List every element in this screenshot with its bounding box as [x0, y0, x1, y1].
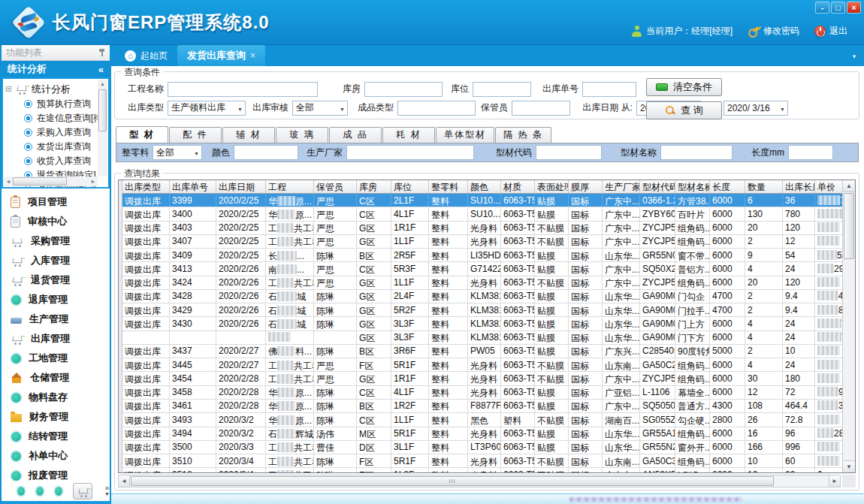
- table-cell[interactable]: 6063-T5: [501, 454, 535, 467]
- table-cell[interactable]: 6000: [710, 207, 745, 220]
- table-cell[interactable]: 工共工程: [266, 222, 314, 234]
- tree-root-node[interactable]: 统计分析: [6, 81, 97, 97]
- sidebar-item-财务管理[interactable]: 财务管理: [2, 407, 110, 427]
- table-cell[interactable]: 南...: [266, 262, 314, 275]
- table-cell[interactable]: 门拉手...: [675, 303, 710, 316]
- table-cell[interactable]: 华原...: [266, 194, 314, 207]
- table-row[interactable]: 调拨出库34032020/2/25工共工程严思G区1R1F整料光身料6063-T…: [119, 222, 842, 235]
- table-cell[interactable]: 国标: [569, 441, 603, 454]
- table-cell[interactable]: 不贴膜: [535, 222, 569, 234]
- table-cell[interactable]: 10: [745, 468, 783, 472]
- table-cell[interactable]: 6063-T5: [501, 276, 535, 289]
- table-cell[interactable]: 468: [815, 290, 842, 303]
- sidebar-item-出库管理[interactable]: 出库管理: [2, 329, 110, 349]
- table-cell[interactable]: ZYCJP5...: [640, 276, 675, 289]
- table-cell[interactable]: 2020/2/25: [216, 194, 266, 207]
- table-cell[interactable]: 3413: [170, 262, 216, 275]
- tree-item[interactable]: 收货入库查询: [6, 154, 97, 168]
- table-cell[interactable]: 光身料: [468, 235, 501, 248]
- table-cell[interactable]: 不贴膜: [535, 358, 569, 371]
- table-cell[interactable]: 石城: [266, 303, 314, 316]
- table-cell[interactable]: 1R1F: [391, 372, 429, 385]
- table-cell[interactable]: 5R1F: [391, 427, 429, 440]
- table-cell[interactable]: 光身料: [468, 358, 501, 371]
- sidebar-item-物料盘存[interactable]: 物料盘存: [2, 388, 110, 407]
- table-cell[interactable]: 广东中...: [603, 276, 640, 289]
- table-cell[interactable]: [216, 331, 266, 344]
- table-cell[interactable]: 普铝方...: [675, 262, 710, 275]
- table-cell[interactable]: 陈琳: [314, 413, 357, 426]
- table-cell[interactable]: 2: [745, 235, 783, 248]
- table-cell[interactable]: 3445: [170, 358, 216, 371]
- table-cell[interactable]: 调拨出库: [122, 400, 170, 412]
- table-cell[interactable]: L型角...: [675, 468, 710, 472]
- tree-item[interactable]: 采购入库查询: [6, 125, 97, 140]
- product-type-input[interactable]: [397, 101, 476, 116]
- table-cell[interactable]: [815, 358, 842, 371]
- table-cell[interactable]: GR55A11: [640, 427, 675, 440]
- table-cell[interactable]: 调拨出库: [122, 194, 170, 207]
- table-cell[interactable]: [314, 331, 357, 344]
- table-cell[interactable]: 4: [745, 331, 783, 344]
- module-circle-icon[interactable]: [17, 487, 25, 496]
- table-cell[interactable]: 整料: [429, 413, 468, 426]
- table-cell[interactable]: 6000: [710, 276, 745, 289]
- table-cell[interactable]: 组角码...: [675, 427, 710, 440]
- table-cell[interactable]: 调拨出库: [122, 413, 170, 426]
- table-cell[interactable]: [815, 454, 842, 467]
- table-cell[interactable]: [815, 441, 842, 454]
- table-cell[interactable]: 工共工程: [266, 454, 314, 467]
- table-cell[interactable]: 2020/3/4: [216, 468, 266, 472]
- sidebar-item-审核中心[interactable]: 审核中心: [2, 212, 110, 231]
- sidebar-item-仓储管理[interactable]: 仓储管理: [2, 368, 110, 388]
- table-cell[interactable]: 16: [745, 427, 783, 440]
- audit-select[interactable]: 全部▼: [292, 101, 348, 116]
- maximize-button[interactable]: □: [831, 2, 845, 14]
- table-cell[interactable]: 5R2F: [391, 303, 429, 316]
- table-cell[interactable]: [170, 331, 216, 344]
- sidebar-item-采购管理[interactable]: 采购管理: [2, 231, 110, 251]
- table-cell[interactable]: 山东华...: [603, 303, 640, 316]
- table-cell[interactable]: G区: [357, 222, 391, 234]
- table-cell[interactable]: 6000: [710, 235, 745, 248]
- table-cell[interactable]: 广东中...: [603, 207, 640, 220]
- table-cell[interactable]: 3403: [170, 222, 216, 234]
- table-row[interactable]: 调拨出库35102020/3/4工共工程陈琳F区5R1F整料光身料6063-T5…: [119, 454, 842, 468]
- table-cell[interactable]: B区: [357, 345, 391, 358]
- table-cell[interactable]: 国标: [569, 454, 603, 467]
- table-cell[interactable]: 6000: [710, 249, 745, 261]
- column-header-库位[interactable]: 库位: [391, 180, 429, 193]
- table-cell[interactable]: 2R5F: [391, 249, 429, 261]
- horizontal-scroll-thumb[interactable]: [131, 476, 774, 486]
- tree-item[interactable]: 在途信息查询[待: [6, 111, 97, 125]
- table-cell[interactable]: ZYCJP5...: [640, 222, 675, 234]
- table-cell[interactable]: C区: [357, 262, 391, 275]
- close-button[interactable]: ×: [847, 2, 861, 14]
- table-cell[interactable]: 工共工程: [266, 468, 314, 472]
- table-cell[interactable]: GR55N02: [640, 249, 675, 261]
- table-cell[interactable]: 调拨出库: [122, 386, 170, 399]
- column-header-工程[interactable]: 工程: [266, 180, 314, 193]
- table-cell[interactable]: 1L1F: [391, 276, 429, 289]
- table-cell[interactable]: 4: [745, 358, 783, 371]
- table-cell[interactable]: 国标: [569, 222, 603, 234]
- table-cell[interactable]: 华原...: [266, 386, 314, 399]
- table-cell[interactable]: 3437: [170, 345, 216, 358]
- table-cell[interactable]: 6000: [710, 468, 745, 472]
- table-cell[interactable]: SQ5050T20: [640, 400, 675, 412]
- table-cell[interactable]: 3512: [170, 468, 216, 472]
- sidebar-item-生产管理[interactable]: 生产管理: [2, 309, 110, 329]
- table-row[interactable]: 调拨出库34942020/3/2石辉城汤伟M区5R1F整料光身料6063-T5贴…: [119, 427, 842, 441]
- table-cell[interactable]: 2020/2/26: [216, 303, 266, 316]
- table-cell[interactable]: 2: [745, 345, 783, 358]
- table-cell[interactable]: 华原...: [266, 400, 314, 412]
- table-cell[interactable]: 国标: [569, 235, 603, 248]
- table-cell[interactable]: 陈琳: [314, 454, 357, 467]
- table-cell[interactable]: 130: [745, 207, 783, 220]
- material-tab-玻璃[interactable]: 玻 璃: [276, 127, 328, 143]
- table-cell[interactable]: 6000: [710, 194, 745, 207]
- table-cell[interactable]: 华原...: [266, 207, 314, 220]
- tab-list-caret-icon[interactable]: ▼: [851, 53, 857, 60]
- table-cell[interactable]: 贴膜: [535, 441, 569, 454]
- table-cell[interactable]: 2020/2/26: [216, 290, 266, 303]
